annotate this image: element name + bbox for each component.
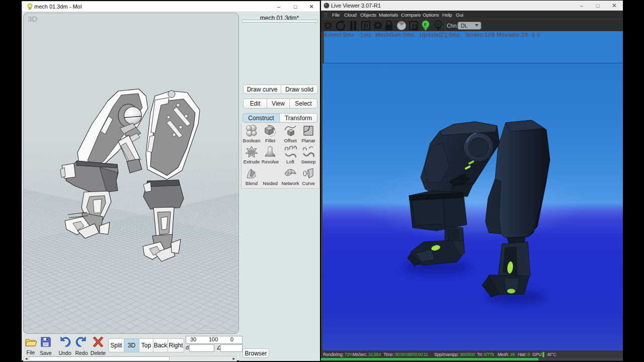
svg-text:Chn:: Chn: [447,23,458,29]
svg-text:F: F [424,22,427,27]
svg-text:DL: DL [461,23,468,29]
svg-text:R: R [364,23,368,30]
